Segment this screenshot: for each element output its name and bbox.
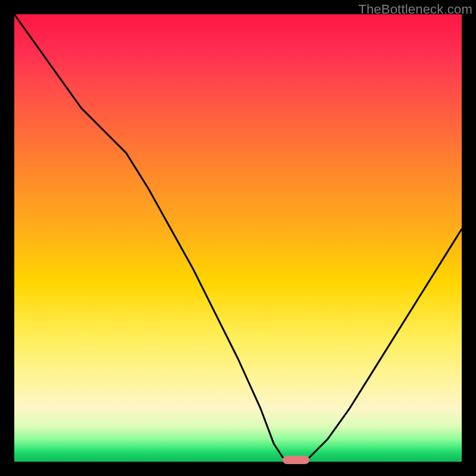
bottleneck-curve <box>14 14 462 462</box>
plot-area <box>14 14 462 462</box>
watermark-text: TheBottleneck.com <box>358 2 472 17</box>
minimum-marker <box>283 456 309 464</box>
chart-frame: TheBottleneck.com <box>0 0 476 476</box>
